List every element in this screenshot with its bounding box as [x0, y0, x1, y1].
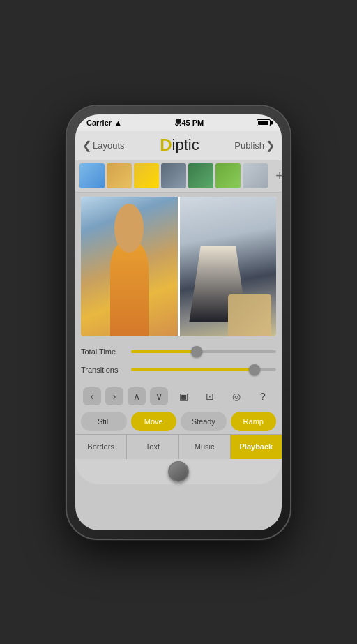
- back-button[interactable]: ❮ Layouts: [82, 139, 125, 152]
- publish-button[interactable]: Publish ❯: [234, 139, 275, 152]
- tab-playback-label: Playback: [240, 442, 273, 451]
- image-collage[interactable]: D iptic: [81, 197, 276, 336]
- tab-bar: Borders Text Music Playback: [75, 434, 282, 459]
- transitions-label: Transitions: [81, 366, 131, 374]
- add-thumbnail-button[interactable]: +: [270, 166, 282, 186]
- total-time-label: Total Time: [81, 347, 131, 356]
- crop-icon-button[interactable]: ⊡: [199, 387, 221, 406]
- left-arrow-button[interactable]: ‹: [83, 387, 101, 405]
- back-chevron-icon: ❮: [82, 139, 91, 152]
- tab-music-label: Music: [195, 442, 215, 451]
- steady-button[interactable]: Steady: [181, 412, 227, 431]
- thumbnail-1[interactable]: [79, 163, 105, 188]
- title-rest: iptic: [172, 136, 199, 154]
- thumbnail-3[interactable]: [134, 163, 159, 188]
- up-arrow-button[interactable]: ∧: [128, 387, 146, 405]
- publish-chevron-icon: ❯: [266, 139, 275, 152]
- icon-toolbar: ‹ › ∧ ∨ ▣ ⊡ ◎ ?: [75, 384, 282, 409]
- home-area: [75, 459, 282, 484]
- still-button[interactable]: Still: [81, 412, 127, 431]
- playback-row: Still Move Steady Ramp: [75, 409, 282, 434]
- tab-music[interactable]: Music: [179, 435, 231, 459]
- title-dot: D: [160, 135, 172, 155]
- watermark-rest: iptic: [252, 320, 269, 331]
- carrier-label: Carrier: [86, 119, 112, 127]
- tab-borders-label: Borders: [87, 442, 114, 451]
- phone-device: Carrier ▲ 3:45 PM ❮ Layouts D iptic Publ…: [67, 106, 290, 539]
- help-icon-button[interactable]: ?: [252, 387, 274, 406]
- status-right: [257, 119, 271, 126]
- thumbnail-strip: +: [75, 160, 282, 193]
- watermark-dot: D: [244, 320, 251, 331]
- transitions-fill: [131, 368, 255, 371]
- total-time-row: Total Time: [81, 345, 276, 359]
- wifi-icon: ▲: [114, 119, 122, 127]
- thumbnail-2[interactable]: [107, 163, 132, 188]
- settings-icon-button[interactable]: ◎: [225, 387, 248, 406]
- phone-screen: Carrier ▲ 3:45 PM ❮ Layouts D iptic Publ…: [75, 114, 282, 530]
- right-arrow-button[interactable]: ›: [105, 387, 123, 405]
- thumbnail-4[interactable]: [161, 163, 186, 188]
- tab-borders[interactable]: Borders: [75, 435, 127, 459]
- home-button[interactable]: [168, 461, 189, 482]
- main-content: D iptic: [75, 193, 282, 340]
- thumbnail-5[interactable]: [188, 163, 213, 188]
- controls-area: Total Time Transitions: [75, 340, 282, 384]
- square-icon-button[interactable]: ▣: [172, 387, 195, 406]
- status-left: Carrier ▲: [86, 119, 122, 127]
- transitions-thumb[interactable]: [249, 364, 260, 375]
- nav-bar: ❮ Layouts D iptic Publish ❯: [75, 131, 282, 160]
- transitions-slider[interactable]: [131, 368, 276, 371]
- back-label: Layouts: [93, 140, 125, 151]
- total-time-thumb[interactable]: [191, 346, 202, 357]
- battery-icon: [257, 119, 271, 126]
- camera-dot: [176, 119, 181, 124]
- collage-right-panel[interactable]: D iptic: [180, 197, 277, 336]
- collage-watermark: D iptic: [244, 320, 269, 331]
- move-button[interactable]: Move: [131, 412, 177, 431]
- ramp-button[interactable]: Ramp: [231, 412, 277, 431]
- transitions-row: Transitions: [81, 363, 276, 377]
- total-time-fill: [131, 350, 197, 353]
- tab-text-label: Text: [146, 442, 160, 451]
- collage-left-panel[interactable]: [81, 197, 178, 336]
- publish-label: Publish: [234, 140, 264, 151]
- total-time-slider[interactable]: [131, 350, 276, 353]
- tab-text[interactable]: Text: [127, 435, 178, 459]
- thumbnail-7[interactable]: [243, 163, 268, 188]
- down-arrow-button[interactable]: ∨: [150, 387, 168, 405]
- tab-playback[interactable]: Playback: [231, 435, 282, 459]
- thumbnail-6[interactable]: [215, 163, 241, 188]
- app-title: D iptic: [160, 135, 199, 155]
